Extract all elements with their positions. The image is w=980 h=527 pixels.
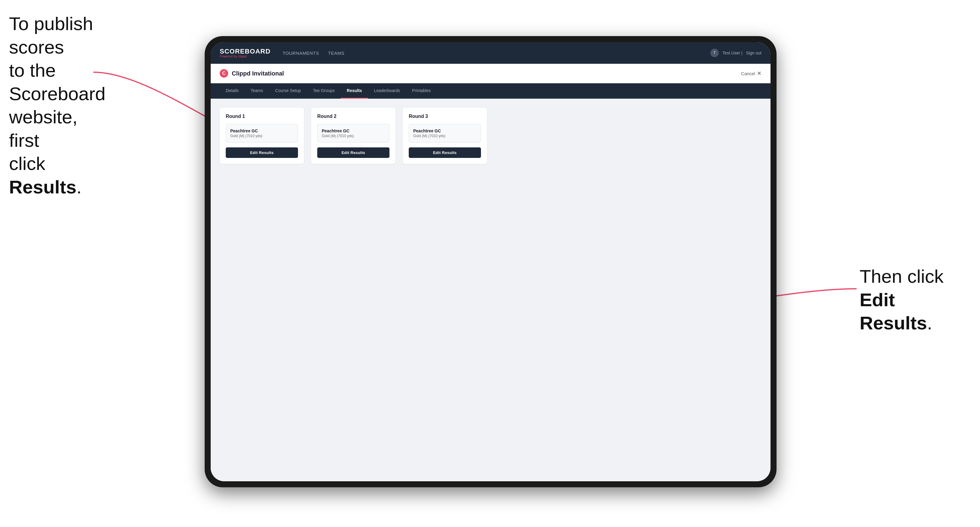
- tab-tee-groups[interactable]: Tee Groups: [307, 83, 341, 98]
- top-nav: SCOREBOARD Powered by clippd TOURNAMENTS…: [211, 42, 770, 64]
- round-1-edit-results-button[interactable]: Edit Results: [226, 148, 298, 158]
- round-2-card: Round 2 Peachtree GC Gold (M) (7010 yds)…: [311, 108, 396, 164]
- tablet: SCOREBOARD Powered by clippd TOURNAMENTS…: [205, 36, 776, 487]
- round-1-course-card: Peachtree GC Gold (M) (7010 yds): [226, 124, 298, 143]
- cancel-button[interactable]: Cancel ✕: [741, 70, 762, 77]
- round-1-course-name: Peachtree GC: [230, 129, 293, 133]
- instruction-right-line1: Then click: [860, 266, 943, 287]
- nav-tournaments[interactable]: TOURNAMENTS: [283, 51, 319, 56]
- user-avatar: T: [710, 49, 719, 57]
- tournament-title: C Clippd Invitational: [220, 69, 284, 78]
- instruction-line1: To publish scores: [9, 13, 93, 57]
- round-2-course-card: Peachtree GC Gold (M) (7010 yds): [317, 124, 390, 143]
- round-3-course-name: Peachtree GC: [413, 129, 476, 133]
- main-content: Round 1 Peachtree GC Gold (M) (7010 yds)…: [211, 98, 770, 481]
- round-3-edit-results-button[interactable]: Edit Results: [409, 148, 481, 158]
- round-2-title: Round 2: [317, 114, 390, 119]
- tab-course-setup[interactable]: Course Setup: [269, 83, 307, 98]
- tab-bar: Details Teams Course Setup Tee Groups Re…: [211, 83, 770, 98]
- tab-details[interactable]: Details: [220, 83, 245, 98]
- nav-right: T Test User | Sign out: [710, 49, 762, 57]
- tab-teams[interactable]: Teams: [245, 83, 269, 98]
- sign-out-link[interactable]: Sign out: [746, 51, 762, 56]
- instruction-line4: click Results.: [9, 153, 81, 197]
- round-3-title: Round 3: [409, 114, 481, 119]
- round-3-course-details: Gold (M) (7010 yds): [413, 134, 476, 138]
- tab-leaderboards[interactable]: Leaderboards: [368, 83, 406, 98]
- logo-area: SCOREBOARD Powered by clippd: [220, 48, 270, 58]
- instruction-right: Then click Edit Results.: [860, 265, 962, 335]
- rounds-grid: Round 1 Peachtree GC Gold (M) (7010 yds)…: [220, 108, 762, 164]
- round-2-course-details: Gold (M) (7010 yds): [322, 134, 385, 138]
- tab-printables[interactable]: Printables: [406, 83, 437, 98]
- nav-links: TOURNAMENTS TEAMS: [283, 51, 710, 56]
- tab-results[interactable]: Results: [341, 83, 368, 98]
- logo-text: SCOREBOARD: [220, 48, 270, 55]
- round-1-card: Round 1 Peachtree GC Gold (M) (7010 yds)…: [220, 108, 304, 164]
- tournament-icon: C: [220, 69, 228, 78]
- round-3-card: Round 3 Peachtree GC Gold (M) (7010 yds)…: [403, 108, 487, 164]
- logo-subtitle: Powered by clippd: [220, 55, 270, 58]
- round-2-edit-results-button[interactable]: Edit Results: [317, 148, 390, 158]
- instruction-right-line2: Edit Results: [860, 289, 927, 333]
- tablet-screen: SCOREBOARD Powered by clippd TOURNAMENTS…: [211, 42, 770, 481]
- round-1-title: Round 1: [226, 114, 298, 119]
- instruction-line3: website, first: [9, 106, 77, 151]
- tournament-header: C Clippd Invitational Cancel ✕: [211, 64, 770, 83]
- cancel-icon: ✕: [757, 70, 762, 77]
- round-3-course-card: Peachtree GC Gold (M) (7010 yds): [409, 124, 481, 143]
- tournament-name: Clippd Invitational: [232, 70, 284, 77]
- round-2-course-name: Peachtree GC: [322, 129, 385, 133]
- user-name: Test User |: [722, 51, 743, 56]
- round-1-course-details: Gold (M) (7010 yds): [230, 134, 293, 138]
- nav-teams[interactable]: TEAMS: [328, 51, 344, 56]
